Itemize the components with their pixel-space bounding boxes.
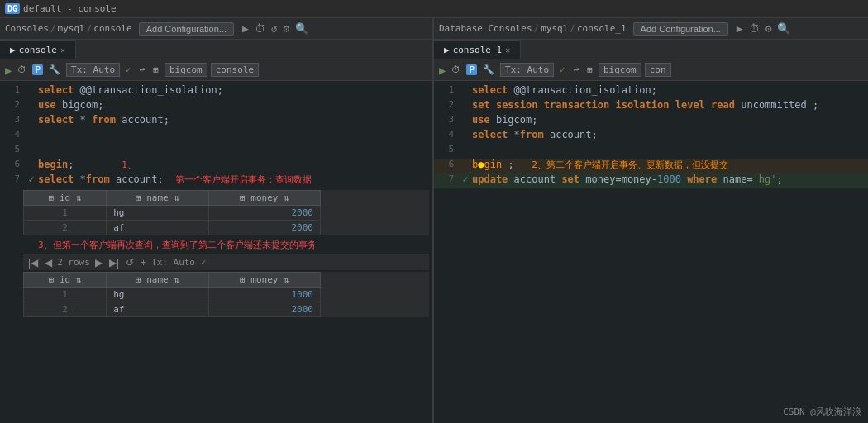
right-table-btn[interactable]: ⊞ <box>584 64 595 76</box>
left-tx-footer-label: Tx: Auto <box>151 257 195 268</box>
left-data-table-1: ⊞ id ⇅ ⊞ name ⇅ ⊞ money ⇅ 1 hg 2000 2 <box>23 190 321 235</box>
right-nav-db-consoles[interactable]: Database Consoles <box>439 23 532 34</box>
nav-mysql[interactable]: mysql <box>58 23 85 34</box>
left-editor-toolbar: ▶ ⏱ P 🔧 Tx: Auto ✓ ↩ ⊞ bigcom console <box>0 59 432 81</box>
right-linenum-6: 6 <box>437 159 454 169</box>
left-table2-row-1: 1 hg 1000 <box>24 288 321 302</box>
right-check-btn[interactable]: ✓ <box>557 64 568 76</box>
right-settings-icon[interactable]: ⚙ <box>764 21 774 36</box>
left-line-3: 3 select * from account; <box>0 114 432 129</box>
left-footer-check-btn[interactable]: ✓ <box>198 256 209 269</box>
left-add-row-btn[interactable]: + <box>139 257 148 269</box>
left-wrench-btn[interactable]: 🔧 <box>46 64 63 76</box>
right-search-icon[interactable]: 🔍 <box>775 21 792 36</box>
left-code-5 <box>38 144 44 155</box>
left-tab-icon: ▶ <box>10 45 16 55</box>
left-clock-btn[interactable]: ⏱ <box>15 64 29 76</box>
right-wrench-btn[interactable]: 🔧 <box>480 64 497 76</box>
left-indicator-7: ✓ <box>26 173 36 185</box>
right-line-5: 5 <box>434 144 868 159</box>
right-clock-icon[interactable]: ⏱ <box>747 21 761 36</box>
refresh-icon[interactable]: ↺ <box>269 21 279 36</box>
right-linenum-3: 3 <box>437 114 454 125</box>
left-code-4 <box>38 129 44 140</box>
left-next-page-btn[interactable]: ▶ <box>93 257 104 269</box>
left-table2-footer: |◀ ◀ 2 rows ▶ ▶| ↺ + Tx: Auto ✓ <box>23 254 429 270</box>
left-line-4: 4 <box>0 129 432 144</box>
left-check-btn[interactable]: ✓ <box>123 64 134 76</box>
right-toolbar-icons: ▶ ⏱ ⚙ 🔍 <box>735 21 793 36</box>
right-undo-btn[interactable]: ↩ <box>571 64 582 76</box>
left-code-1: select @@transaction_isolation; <box>38 84 223 96</box>
right-run-button[interactable]: ▶ <box>439 64 446 77</box>
left-table1-row-2: 2 af 2000 <box>24 221 321 235</box>
left-t1-r1-id: 1 <box>24 206 107 221</box>
left-annotation-mid: 3、但第一个客户端再次查询，查询到了第二个客户端还未提交的事务 <box>0 239 432 254</box>
right-editor-content[interactable]: 1 select @@transaction_isolation; 2 set … <box>434 81 868 423</box>
right-linenum-1: 1 <box>437 84 454 95</box>
left-tab-close[interactable]: ✕ <box>60 45 65 55</box>
left-th-name1: ⊞ name ⇅ <box>107 191 209 206</box>
left-code-7: select *from account; 第一个客户端开启事务：查询数据 <box>38 173 312 186</box>
search-icon-left[interactable]: 🔍 <box>293 21 310 36</box>
nav-consoles[interactable]: Consoles <box>5 23 49 34</box>
left-undo-btn[interactable]: ↩ <box>137 64 148 76</box>
right-line-7: 7 ✓ update account set money=money-1000 … <box>434 173 868 188</box>
left-last-page-btn[interactable]: ▶| <box>107 257 121 269</box>
left-tx-label[interactable]: Tx: Auto <box>66 63 120 77</box>
nav-console[interactable]: console <box>93 23 131 34</box>
right-sep2: / <box>570 23 575 34</box>
left-code-3: select * from account; <box>38 114 169 126</box>
right-tab-close[interactable]: ✕ <box>505 45 510 55</box>
main-container: Consoles / mysql / console Add Configura… <box>0 18 868 423</box>
right-code-3: use bigcom; <box>472 114 537 126</box>
run-icon[interactable]: ▶ <box>241 21 250 36</box>
right-run-icon[interactable]: ▶ <box>735 21 745 36</box>
left-tab-bar: ▶ console ✕ <box>0 40 432 59</box>
right-tab-label: console_1 <box>453 45 503 55</box>
right-code-2: set session transaction isolation level … <box>472 99 818 111</box>
left-console-badge[interactable]: console <box>211 63 259 77</box>
right-line-2: 2 set session transaction isolation leve… <box>434 99 868 114</box>
app-logo: DG <box>5 3 20 14</box>
left-schema-badge[interactable]: bigcom <box>165 63 207 77</box>
right-nav-console1[interactable]: console_1 <box>577 23 627 34</box>
right-tx-label[interactable]: Tx: Auto <box>500 63 554 77</box>
right-schema-badge[interactable]: bigcom <box>599 63 641 77</box>
left-editor-content[interactable]: 1 select @@transaction_isolation; 2 use … <box>0 81 432 423</box>
right-console-badge[interactable]: con <box>645 63 671 77</box>
settings-icon[interactable]: ⚙ <box>282 21 292 36</box>
left-th-id1: ⊞ id ⇅ <box>24 191 107 206</box>
left-t1-r2-id: 2 <box>24 221 107 235</box>
left-p-btn[interactable]: P <box>32 64 43 75</box>
right-line-1: 1 select @@transaction_isolation; <box>434 84 868 99</box>
left-prev-page-btn[interactable]: ◀ <box>43 257 54 269</box>
right-line-6: 6 b●gin ; 2、第二个客户端开启事务、更新数据，但没提交 <box>434 159 868 173</box>
left-table-btn[interactable]: ⊞ <box>150 64 161 76</box>
right-linenum-7: 7 <box>437 173 454 184</box>
sep1: / <box>50 23 56 34</box>
left-linenum-4: 4 <box>3 129 20 140</box>
left-run-button[interactable]: ▶ <box>5 64 12 77</box>
left-linenum-2: 2 <box>3 99 20 110</box>
left-add-config-button[interactable]: Add Configuration... <box>139 22 234 36</box>
clock-icon[interactable]: ⏱ <box>253 21 267 36</box>
left-table1: ⊞ id ⇅ ⊞ name ⇅ ⊞ money ⇅ 1 hg 2000 2 <box>23 190 429 235</box>
left-refresh-btn[interactable]: ↺ <box>124 257 136 269</box>
right-tab-bar: ▶ console_1 ✕ <box>434 40 868 59</box>
right-add-config-button[interactable]: Add Configuration... <box>633 22 728 36</box>
left-rows-count: 2 rows <box>57 257 90 268</box>
left-th2-id: ⊞ id ⇅ <box>24 273 107 288</box>
right-nav-mysql[interactable]: mysql <box>541 23 568 34</box>
left-t2-r2-money: 2000 <box>208 302 320 317</box>
right-clock-btn[interactable]: ⏱ <box>449 64 463 76</box>
right-console1-tab[interactable]: ▶ console_1 ✕ <box>434 40 521 59</box>
app-title: default - console <box>23 3 117 14</box>
left-t2-r1-id: 1 <box>24 288 107 302</box>
left-th2-name: ⊞ name ⇅ <box>107 273 209 288</box>
left-console-tab[interactable]: ▶ console ✕ <box>0 40 76 59</box>
left-tab-label: console <box>19 45 57 55</box>
right-p-btn[interactable]: P <box>466 64 477 75</box>
left-first-page-btn[interactable]: |◀ <box>26 257 40 269</box>
left-toolbar-icons: ▶ ⏱ ↺ ⚙ 🔍 <box>241 21 310 36</box>
